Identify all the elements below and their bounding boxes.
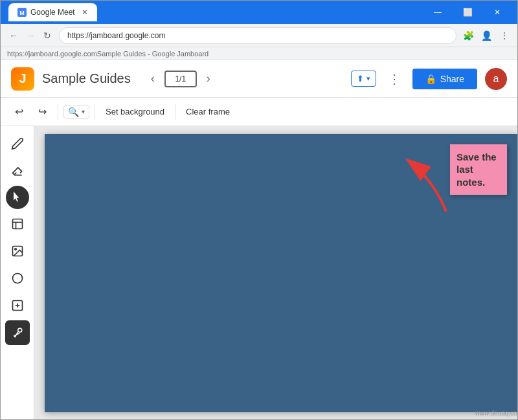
text-tool-btn[interactable] [5, 293, 30, 318]
zoom-control[interactable]: 🔍 ▾ [63, 105, 89, 119]
breadcrumb-url: https://jamboard.google.com [7, 50, 97, 58]
svg-point-7 [12, 274, 22, 283]
svg-text:M: M [19, 10, 25, 16]
next-frame-btn[interactable]: › [199, 70, 218, 88]
title-bar: M Google Meet ✕ — ⬜ ✕ [1, 1, 517, 24]
app-title: Sample Guides [42, 71, 131, 86]
undo-icon: ↩ [15, 105, 23, 118]
prev-frame-btn[interactable]: ‹ [144, 70, 162, 88]
clear-frame-btn[interactable]: Clear frame [181, 104, 235, 119]
redo-btn[interactable]: ↪ [32, 102, 52, 122]
addr-right-controls: 🧩 👤 ⋮ [460, 28, 512, 43]
logo-letter: J [19, 71, 26, 86]
extensions-btn[interactable]: 🧩 [460, 28, 476, 43]
profile-btn[interactable]: 👤 [479, 28, 494, 43]
jamboard-canvas[interactable]: Save the last notes. [45, 134, 517, 412]
breadcrumb-path: Sample Guides - Google Jamboard [97, 50, 208, 58]
upload-icon: ⬆ [357, 74, 364, 83]
toolbar-divider-3 [175, 104, 175, 120]
minimize-btn[interactable]: — [423, 1, 453, 24]
close-btn[interactable]: ✕ [482, 1, 512, 24]
app-logo: J [11, 67, 34, 91]
select-tool-btn[interactable] [6, 186, 29, 209]
share-label: Share [440, 74, 464, 84]
maximize-btn[interactable]: ⬜ [453, 1, 482, 24]
share-lock-icon: 🔒 [425, 74, 436, 84]
breadcrumb-bar: https://jamboard.google.com Sample Guide… [1, 47, 517, 60]
tab-title: Google Meet [30, 8, 75, 17]
eraser-tool-btn[interactable] [5, 159, 30, 183]
chrome-window: M Google Meet ✕ — ⬜ ✕ ← → ↻ 🧩 👤 ⋮ htt [0, 0, 518, 420]
tab-area: M Google Meet ✕ [6, 3, 418, 21]
avatar-letter: a [493, 73, 499, 85]
svg-point-6 [14, 249, 16, 250]
watermark: www.deuaq.com [475, 410, 517, 417]
share-btn[interactable]: 🔒 Share [412, 69, 477, 89]
reload-btn[interactable]: ↻ [39, 28, 55, 43]
secondary-toolbar: ↩ ↪ 🔍 ▾ Set background Clear frame [1, 98, 517, 126]
browser-tab[interactable]: M Google Meet ✕ [8, 3, 97, 21]
toolbar-divider-2 [95, 104, 95, 120]
undo-btn[interactable]: ↩ [8, 102, 29, 122]
tab-favicon: M [17, 8, 27, 17]
user-avatar-btn[interactable]: a [485, 68, 507, 90]
zoom-icon: 🔍 [68, 107, 79, 117]
tab-close-btn[interactable]: ✕ [82, 8, 88, 17]
frame-navigation: ‹ 1/1 › [144, 70, 218, 88]
left-toolbar [1, 126, 34, 419]
set-background-btn[interactable]: Set background [100, 104, 170, 119]
main-area: Save the last notes. www.deuaq.com [1, 126, 517, 419]
svg-point-11 [17, 328, 21, 332]
sticky-note-tool-btn[interactable] [5, 212, 30, 236]
redo-icon: ↪ [38, 105, 47, 118]
app-bar: J Sample Guides ‹ 1/1 › ⬆ ▾ ⋮ 🔒 Share a [1, 60, 517, 98]
window-controls: — ⬜ ✕ [423, 1, 512, 24]
svg-rect-2 [12, 219, 22, 229]
url-input[interactable] [59, 27, 456, 44]
upload-chevron: ▾ [366, 74, 370, 83]
zoom-chevron-icon: ▾ [82, 108, 85, 115]
forward-btn[interactable]: → [23, 28, 38, 43]
address-bar: ← → ↻ 🧩 👤 ⋮ [1, 24, 517, 47]
image-tool-btn[interactable] [5, 239, 30, 263]
nav-buttons: ← → ↻ [6, 28, 55, 43]
frame-indicator-text: 1/1 [175, 74, 186, 83]
more-tools-btn[interactable]: ⋮ [497, 28, 512, 43]
back-btn[interactable]: ← [6, 28, 21, 43]
frame-indicator: 1/1 [164, 71, 197, 87]
sticky-note[interactable]: Save the last notes. [450, 144, 507, 195]
laser-tool-btn[interactable] [5, 320, 30, 345]
canvas-area: Save the last notes. www.deuaq.com [34, 126, 517, 419]
upload-btn[interactable]: ⬆ ▾ [351, 71, 376, 87]
pen-tool-btn[interactable] [5, 131, 30, 156]
circle-tool-btn[interactable] [5, 266, 30, 291]
more-options-btn[interactable]: ⋮ [384, 69, 405, 89]
toolbar-divider [58, 104, 58, 120]
sticky-note-text: Save the last notes. [456, 151, 497, 188]
